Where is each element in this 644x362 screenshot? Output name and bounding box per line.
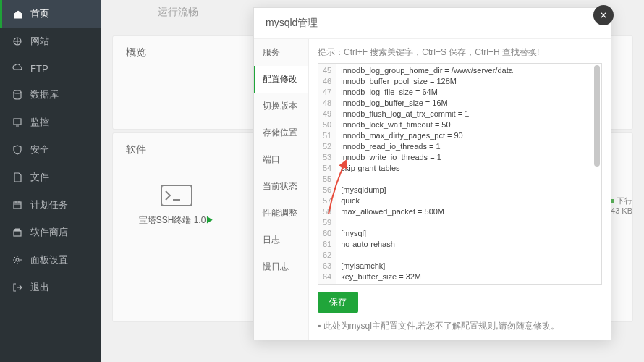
modal-title: mysqld管理 <box>254 8 611 39</box>
editor-hint: 提示：Ctrl+F 搜索关键字，Ctrl+S 保存，Ctrl+H 查找替换! <box>318 46 602 59</box>
modal-nav-8[interactable]: 慢日志 <box>254 253 308 280</box>
modal-content: 提示：Ctrl+F 搜索关键字，Ctrl+S 保存，Ctrl+H 查找替换! 4… <box>309 39 611 340</box>
modal-nav-2[interactable]: 切换版本 <box>254 93 308 119</box>
modal-nav: 服务配置修改切换版本存储位置端口当前状态性能调整日志慢日志 <box>254 39 309 340</box>
save-button[interactable]: 保存 <box>318 292 358 313</box>
modal-nav-1[interactable]: 配置修改 <box>254 66 308 93</box>
mysqld-modal: mysqld管理 服务配置修改切换版本存储位置端口当前状态性能调整日志慢日志 提… <box>253 7 611 340</box>
modal-nav-5[interactable]: 当前状态 <box>254 173 308 200</box>
modal-nav-0[interactable]: 服务 <box>254 39 308 66</box>
config-note: 此处为mysql主配置文件,若您不了解配置规则,请勿随意修改。 <box>318 320 602 332</box>
modal-nav-6[interactable]: 性能调整 <box>254 200 308 227</box>
modal-nav-3[interactable]: 存储位置 <box>254 119 308 146</box>
scrollbar-thumb[interactable] <box>594 65 600 167</box>
code-area[interactable]: innodb_log_group_home_dir = /www/server/… <box>336 64 601 284</box>
config-editor[interactable]: 4546474849505152535455565758596061626364… <box>318 63 602 285</box>
modal-nav-4[interactable]: 端口 <box>254 146 308 173</box>
close-icon[interactable] <box>593 5 614 25</box>
modal-nav-7[interactable]: 日志 <box>254 227 308 253</box>
line-gutter: 4546474849505152535455565758596061626364 <box>318 64 336 284</box>
